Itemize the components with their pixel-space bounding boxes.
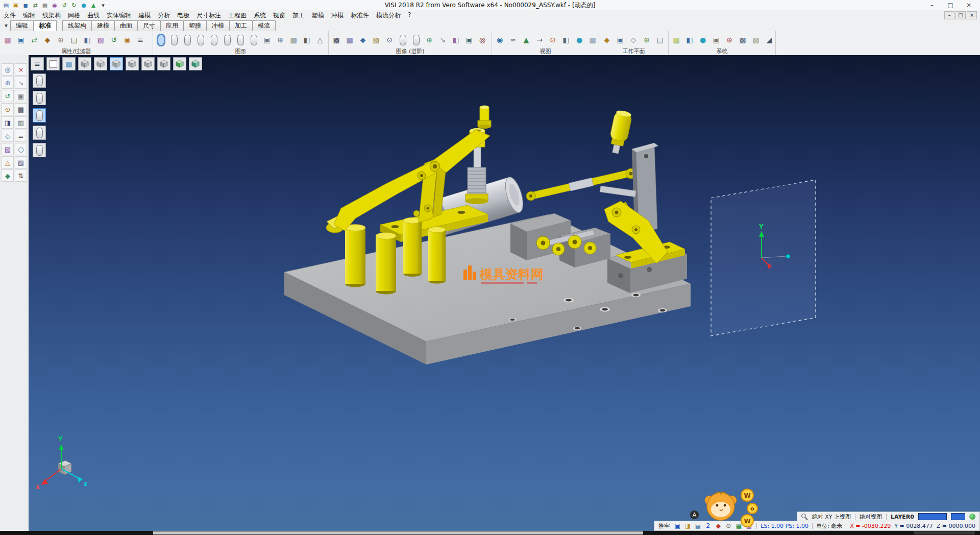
scale-label[interactable]: LS: 1.00 PS: 1.00: [761, 523, 808, 529]
ribbon-icon-0-0[interactable]: ▦: [2, 34, 13, 45]
tab-建模[interactable]: 建模: [91, 20, 115, 31]
menu-item-10[interactable]: 工程图: [225, 11, 250, 20]
ribbon-icon-2-2[interactable]: ◆: [357, 34, 369, 45]
left-tool-icon-12[interactable]: ▧: [2, 143, 14, 155]
ribbon-icon-2-1[interactable]: ▦: [344, 34, 355, 45]
3d-scene[interactable]: Y Y x z: [29, 55, 980, 531]
menu-item-7[interactable]: 分析: [154, 11, 174, 20]
view-cube-button-9[interactable]: [173, 57, 186, 70]
new-icon[interactable]: ▤: [2, 1, 10, 9]
view-cube-button-3[interactable]: [78, 57, 91, 70]
lock-label[interactable]: 拴牢: [658, 522, 670, 530]
left-tool-icon-16[interactable]: ◆: [2, 169, 14, 182]
ribbon-icon-2-6[interactable]: [410, 34, 422, 45]
ribbon-icon-0-4[interactable]: ⊕: [55, 34, 66, 45]
menu-item-5[interactable]: 实体编辑: [103, 11, 135, 20]
ribbon-icon-2-8[interactable]: ↘: [437, 34, 448, 45]
color-swatch[interactable]: [918, 513, 947, 520]
ribbon-icon-1-9[interactable]: ⊕: [275, 34, 286, 45]
left-tool-icon-13[interactable]: ○: [15, 143, 27, 155]
view-cube-button-10[interactable]: [189, 57, 202, 70]
ribbon-icon-5-5[interactable]: ▩: [737, 34, 748, 45]
import-export-icon[interactable]: ⇄: [31, 1, 39, 9]
ribbon-icon-1-10[interactable]: ▥: [288, 34, 299, 45]
layer-label[interactable]: LAYER0: [891, 514, 914, 520]
ribbon-icon-0-7[interactable]: ▨: [95, 34, 106, 45]
menu-item-17[interactable]: 模流分析: [373, 11, 404, 20]
graphics-viewport[interactable]: ≡▦: [29, 55, 980, 531]
tab-曲面[interactable]: 曲面: [114, 20, 138, 31]
ribbon-icon-2-3[interactable]: ▧: [371, 34, 382, 45]
left-tool-icon-17[interactable]: ⇅: [15, 169, 27, 182]
menu-item-11[interactable]: 系统: [250, 11, 270, 20]
ribbon-icon-0-3[interactable]: ◆: [42, 34, 53, 45]
avatar-badge[interactable]: A: [690, 510, 699, 519]
ribbon-icon-3-0[interactable]: ◉: [494, 34, 505, 45]
ribbon-icon-1-8[interactable]: ▣: [261, 34, 273, 45]
left-tool-icon-8[interactable]: ◨: [2, 116, 14, 129]
ribbon-icon-3-6[interactable]: ●: [574, 34, 585, 45]
ribbon-icon-1-2[interactable]: [182, 34, 193, 45]
center-blocks[interactable]: [510, 213, 610, 268]
ribbon-icon-3-3[interactable]: →: [534, 34, 545, 45]
ribbon-icon-1-7[interactable]: [248, 34, 259, 45]
left-tool-icon-4[interactable]: ↺: [2, 90, 14, 102]
ribbon-icon-1-1[interactable]: [168, 34, 180, 45]
view-menu-button[interactable]: ≡: [31, 57, 44, 70]
selection-filter-button-2[interactable]: [33, 108, 46, 123]
ribbon-icon-2-0[interactable]: ▩: [331, 34, 342, 45]
view-blank-button[interactable]: [46, 57, 60, 70]
save-icon[interactable]: ◼: [21, 1, 30, 9]
tab-应用[interactable]: 应用: [160, 20, 184, 31]
left-tool-icon-11[interactable]: ≡: [15, 130, 27, 142]
ribbon-icon-0-5[interactable]: ▤: [68, 34, 80, 45]
close-button[interactable]: ×: [960, 1, 978, 10]
ribbon-icon-3-7[interactable]: ▦: [587, 34, 597, 45]
ribbon-icon-3-2[interactable]: ▲: [521, 34, 532, 45]
ribbon-icon-2-5[interactable]: [397, 34, 408, 45]
ribbon-icon-1-11[interactable]: ◧: [301, 34, 312, 45]
ribbon-icon-1-0[interactable]: [155, 34, 166, 45]
view-cube-button-7[interactable]: [141, 57, 155, 70]
ribbon-icon-1-6[interactable]: [235, 34, 246, 45]
mdi-close-button[interactable]: ×: [967, 11, 977, 19]
ribbon-icon-0-2[interactable]: ⇄: [29, 34, 40, 45]
tab-冲模[interactable]: 冲模: [206, 20, 230, 31]
ribbon-icon-5-0[interactable]: ▦: [671, 34, 682, 45]
connecting-shaft[interactable]: [526, 168, 636, 201]
clamp-handle-knob[interactable]: [607, 109, 633, 155]
tab-加工[interactable]: 加工: [229, 20, 253, 31]
undo-icon[interactable]: ↺: [60, 1, 68, 9]
ribbon-icon-4-3[interactable]: ⊕: [641, 34, 652, 45]
menu-item-2[interactable]: 线架构: [39, 11, 64, 20]
ribbon-icon-0-9[interactable]: ◉: [121, 34, 133, 45]
left-tool-icon-5[interactable]: ▣: [15, 90, 27, 102]
menu-item-18[interactable]: ?: [404, 11, 414, 20]
ribbon-icon-0-6[interactable]: ◧: [82, 34, 93, 45]
linestyle-swatch[interactable]: [951, 513, 965, 520]
ribbon-icon-3-1[interactable]: ≈: [507, 34, 519, 45]
left-tool-icon-6[interactable]: ⊙: [2, 103, 14, 115]
preview-icon[interactable]: ◉: [51, 1, 59, 9]
selection-filter-button-0[interactable]: [33, 74, 46, 88]
menu-item-3[interactable]: 网格: [64, 11, 84, 20]
tab-标准[interactable]: 标准: [33, 20, 57, 31]
left-tool-icon-15[interactable]: ▨: [15, 156, 27, 168]
ribbon-icon-5-1[interactable]: ◧: [684, 34, 695, 45]
ribbon-icon-2-7[interactable]: ⊕: [424, 34, 435, 45]
selection-filter-button-1[interactable]: [33, 91, 46, 105]
view-icon[interactable]: ●: [80, 1, 88, 9]
ribbon-icon-3-5[interactable]: ◧: [560, 34, 572, 45]
menu-item-4[interactable]: 曲线: [84, 11, 103, 20]
redo-icon[interactable]: ↻: [70, 1, 78, 9]
ribbon-icon-0-1[interactable]: ▣: [15, 34, 27, 45]
view-cube-button-6[interactable]: [126, 57, 139, 70]
ribbon-icon-4-2[interactable]: ◇: [628, 34, 639, 45]
ribbon-icon-2-11[interactable]: ◎: [477, 34, 488, 45]
ribbon-icon-5-7[interactable]: ◢: [764, 34, 773, 45]
current-view-label[interactable]: 绝对 XY 上视图: [812, 513, 851, 521]
ribbon-icon-1-12[interactable]: △: [314, 34, 326, 45]
left-tool-icon-1[interactable]: ×: [15, 63, 27, 76]
ribbon-icon-5-6[interactable]: ▨: [750, 34, 762, 45]
tab-线架构[interactable]: 线架构: [62, 20, 92, 31]
